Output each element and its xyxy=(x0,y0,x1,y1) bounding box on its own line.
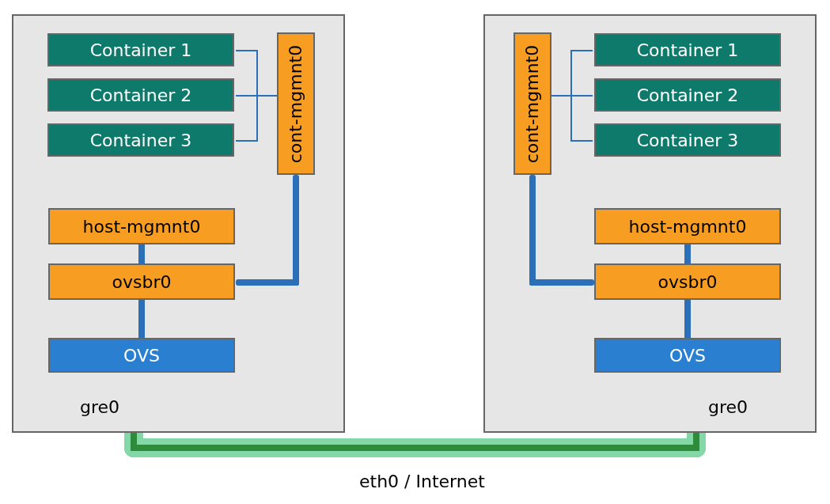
connector-thick xyxy=(236,279,299,286)
container-label: Container 1 xyxy=(637,40,739,60)
cont-mgmt-label: cont-mgmnt0 xyxy=(523,44,543,162)
connector-thin xyxy=(570,50,593,51)
container-label: Container 3 xyxy=(637,131,739,150)
container-box: Container 3 xyxy=(47,123,234,157)
connector-thin xyxy=(570,95,593,97)
ovsbr-label: ovsbr0 xyxy=(658,272,718,292)
container-label: Container 1 xyxy=(90,40,192,60)
cont-mgmt-label: cont-mgmnt0 xyxy=(286,44,306,162)
cont-mgmt-box: cont-mgmnt0 xyxy=(514,32,551,175)
connector-thin xyxy=(570,140,593,142)
ovs-label: OVS xyxy=(669,346,706,366)
host-mgmt-box: host-mgmnt0 xyxy=(48,208,235,244)
ovs-box: OVS xyxy=(594,338,781,373)
host-mgmt-label: host-mgmnt0 xyxy=(629,217,747,237)
connector-thick xyxy=(529,279,594,286)
ovs-label: OVS xyxy=(123,346,160,366)
host-mgmt-box: host-mgmnt0 xyxy=(594,208,781,244)
connector-thin xyxy=(236,50,258,51)
bottom-label: eth0 / Internet xyxy=(359,472,485,491)
container-box: Container 2 xyxy=(47,78,234,112)
container-box: Container 2 xyxy=(594,78,781,112)
container-box: Container 1 xyxy=(594,33,781,66)
gre-label: gre0 xyxy=(80,397,119,417)
cont-mgmt-box: cont-mgmnt0 xyxy=(277,32,315,175)
ovsbr-box: ovsbr0 xyxy=(594,263,781,300)
gre-line-corner-l xyxy=(131,440,137,451)
connector-thin xyxy=(570,50,572,142)
ovsbr-label: ovsbr0 xyxy=(112,272,172,292)
container-label: Container 2 xyxy=(90,85,192,105)
connector-thick xyxy=(684,300,691,338)
connector-thick xyxy=(529,175,536,286)
container-box: Container 3 xyxy=(594,123,781,157)
container-label: Container 3 xyxy=(90,131,192,150)
container-label: Container 2 xyxy=(637,85,739,105)
connector-thick xyxy=(138,244,145,263)
host-mgmt-label: host-mgmnt0 xyxy=(83,217,201,237)
connector-thick xyxy=(293,175,299,286)
connector-thin xyxy=(258,95,277,97)
connector-thick xyxy=(138,300,145,338)
ovsbr-box: ovsbr0 xyxy=(48,263,235,300)
connector-thin xyxy=(551,95,570,97)
connector-thin xyxy=(236,140,258,142)
ovs-box: OVS xyxy=(48,338,235,373)
connector-thin xyxy=(236,95,258,97)
gre-line-bottom xyxy=(131,445,699,451)
container-box: Container 1 xyxy=(47,33,234,66)
connector-thick xyxy=(684,244,691,263)
gre-line-corner-r xyxy=(693,440,699,451)
gre-label: gre0 xyxy=(708,397,748,417)
